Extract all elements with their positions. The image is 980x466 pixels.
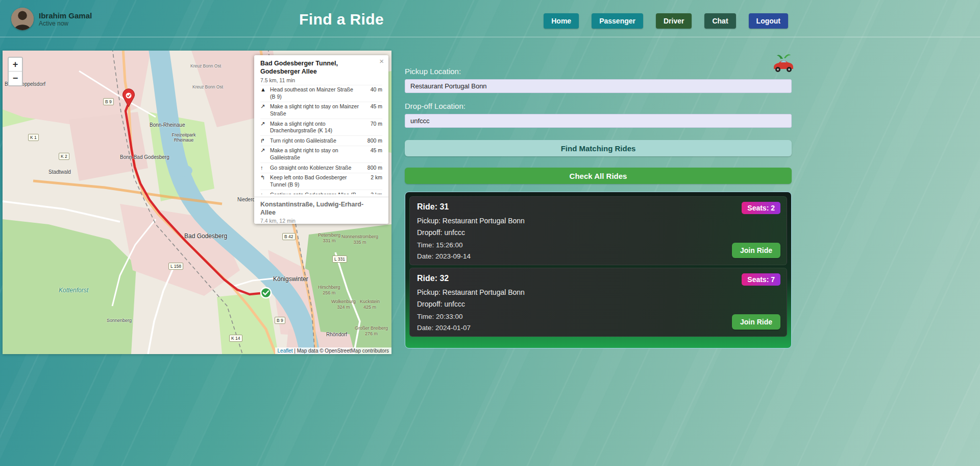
direction-step[interactable]: ↗ Make a slight right to stay on Mainzer… <box>260 102 382 119</box>
seats-badge: Seats: 2 <box>742 202 780 214</box>
leaflet-link[interactable]: Leaflet <box>278 348 293 354</box>
rides-list: Ride: 31 Seats: 2 Pickup: Restaurant Por… <box>405 192 792 348</box>
nav-driver-button[interactable]: Driver <box>656 13 692 29</box>
avatar-photo <box>11 8 34 30</box>
keep-left-icon: ↰ <box>260 174 267 181</box>
ride-time: Time: 20:33:00 <box>417 313 779 320</box>
straight-icon: ↑ <box>260 165 267 171</box>
avatar[interactable] <box>11 8 34 30</box>
ride-pickup: Pickup: Restaurant Portugal Bonn <box>417 217 779 225</box>
main-nav: Home Passenger Driver Chat Logout <box>544 13 788 29</box>
route-title: Bad Godesberger Tunnel, Godesberger Alle… <box>260 59 377 76</box>
user-status: Active now <box>39 20 92 27</box>
page: Ibrahim Gamal Active now Find a Ride Hom… <box>0 0 980 466</box>
direction-step[interactable]: ↑ Continue onto Godesberger Allee (B 9) … <box>260 190 382 194</box>
user-name: Ibrahim Gamal <box>39 11 92 20</box>
direction-step[interactable]: ↰ Keep left onto Bad Godesberger Tunnel … <box>260 173 382 190</box>
slight-right-icon: ↗ <box>260 103 267 110</box>
nav-home-button[interactable]: Home <box>544 13 579 29</box>
route-summary: 7.5 km, 11 min <box>260 77 382 83</box>
route-alternative[interactable]: Konstantinstraße, Ludwig-Erhard-Allee 7.… <box>260 200 382 224</box>
eco-car-icon <box>771 52 795 75</box>
user-chip: Ibrahim Gamal Active now <box>11 8 92 30</box>
nav-chat-button[interactable]: Chat <box>704 13 736 29</box>
close-icon[interactable]: × <box>379 57 384 65</box>
header: Ibrahim Gamal Active now Find a Ride Hom… <box>0 0 980 37</box>
seats-badge: Seats: 7 <box>742 273 780 286</box>
directions-panel: × Bad Godesberger Tunnel, Godesberger Al… <box>254 55 388 224</box>
direction-step[interactable]: ↗ Make a slight right onto Drachenburgst… <box>260 119 382 135</box>
route-summary: 7.4 km, 12 min <box>260 218 382 224</box>
ride-dropoff: Dropoff: unfccc <box>417 300 779 308</box>
zoom-in-button[interactable]: + <box>9 58 22 72</box>
ride-pickup: Pickup: Restaurant Portugal Bonn <box>417 288 779 296</box>
osm-credit[interactable]: Map data © OpenStreetMap contributors <box>297 348 389 354</box>
ride-form-panel: Pickup Location: Drop-off Location: Find… <box>405 51 792 348</box>
ride-time: Time: 15:26:00 <box>417 241 779 249</box>
join-ride-button[interactable]: Join Ride <box>732 314 780 330</box>
slight-right-icon: ↗ <box>260 147 267 154</box>
ride-date: Date: 2023-09-14 <box>417 252 779 260</box>
ride-title: Ride: 31 <box>417 202 779 212</box>
ride-card: Ride: 31 Seats: 2 Pickup: Restaurant Por… <box>409 196 787 265</box>
zoom-out-button[interactable]: − <box>9 72 22 85</box>
pickup-label: Pickup Location: <box>405 67 792 76</box>
slight-right-icon: ↗ <box>260 121 267 127</box>
map-attribution: Leaflet | Map data © OpenStreetMap contr… <box>275 347 391 354</box>
ride-card: Ride: 32 Seats: 7 Pickup: Restaurant Por… <box>409 268 787 337</box>
direction-step[interactable]: ↗ Make a slight right to stay on Galilei… <box>260 146 382 162</box>
attribution-separator: | <box>293 348 297 354</box>
page-title: Find a Ride <box>299 11 384 28</box>
depart-icon: ▲ <box>260 86 267 93</box>
route-steps: ▲ Head southeast on Mainzer Straße (B 9)… <box>260 85 382 194</box>
straight-icon: ↑ <box>260 192 267 194</box>
dropoff-input[interactable] <box>405 114 792 128</box>
ride-dropoff: Dropoff: unfccc <box>417 228 779 237</box>
nav-logout-button[interactable]: Logout <box>749 13 788 29</box>
ride-date: Date: 2024-01-07 <box>417 324 779 332</box>
divider <box>254 197 388 197</box>
dropoff-marker-icon[interactable] <box>261 288 271 298</box>
dropoff-label: Drop-off Location: <box>405 102 792 110</box>
turn-right-icon: ↱ <box>260 137 267 144</box>
direction-step[interactable]: ↱ Turn right onto Galileistraße 800 m <box>260 135 382 146</box>
direction-step[interactable]: ▲ Head southeast on Mainzer Straße (B 9)… <box>260 85 382 102</box>
ride-title: Ride: 32 <box>417 274 779 283</box>
direction-step[interactable]: ↑ Go straight onto Koblenzer Straße 800 … <box>260 162 382 173</box>
join-ride-button[interactable]: Join Ride <box>732 243 780 258</box>
route-primary[interactable]: Bad Godesberger Tunnel, Godesberger Alle… <box>260 59 382 194</box>
nav-passenger-button[interactable]: Passenger <box>592 13 643 29</box>
route-title: Konstantinstraße, Ludwig-Erhard-Allee <box>260 200 377 217</box>
check-all-rides-button[interactable]: Check All Rides <box>405 168 792 184</box>
zoom-control: + − <box>8 57 23 86</box>
pickup-input[interactable] <box>405 79 792 93</box>
find-matching-rides-button[interactable]: Find Matching Rides <box>405 140 792 156</box>
map[interactable]: Bonn-Poppelsdorf Kreuz Bonn Ost Kreuz Bo… <box>3 51 391 354</box>
